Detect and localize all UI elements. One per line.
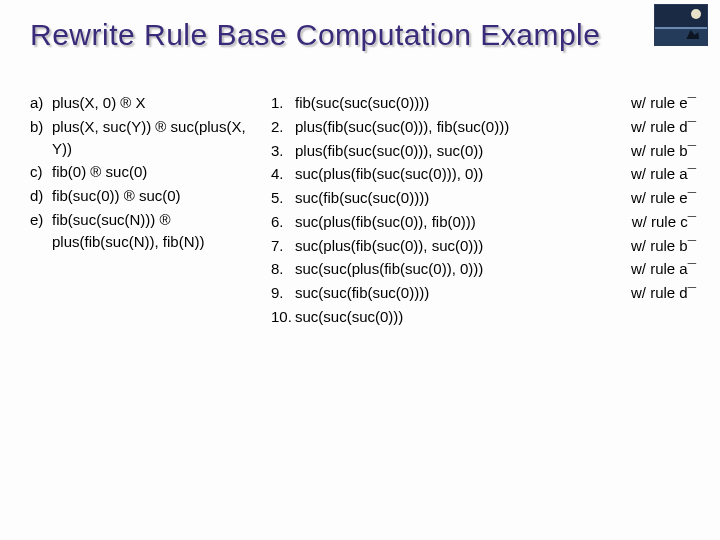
sequence-row: 7. suc(plus(fib(suc(0)), suc(0))) w/ rul…: [271, 235, 696, 257]
sequence-row: 3. plus(fib(suc(suc(0))), suc(0)) w/ rul…: [271, 140, 696, 162]
rule-label: a): [30, 92, 52, 114]
step-number: 4.: [271, 163, 295, 185]
sequence-row: 4. suc(plus(fib(suc(suc(0))), 0)) w/ rul…: [271, 163, 696, 185]
step-number: 2.: [271, 116, 295, 138]
step-note: w/ rule b¯: [631, 235, 696, 257]
step-note: w/ rule e¯: [631, 92, 696, 114]
sequence-row: 2. plus(fib(suc(suc(0))), fib(suc(0))) w…: [271, 116, 696, 138]
step-note: w/ rule e¯: [631, 187, 696, 209]
step-number: 7.: [271, 235, 295, 257]
moon-shape: [691, 9, 701, 19]
step-note: w/ rule d¯: [631, 116, 696, 138]
rule-label: d): [30, 185, 52, 207]
rule-label: b): [30, 116, 52, 160]
sequence-row: 5. suc(fib(suc(suc(0)))) w/ rule e¯: [271, 187, 696, 209]
step-number: 8.: [271, 258, 295, 280]
sequence-row: 8. suc(suc(plus(fib(suc(0)), 0))) w/ rul…: [271, 258, 696, 280]
step-expression: suc(suc(suc(0))): [295, 306, 696, 328]
step-number: 10.: [271, 306, 295, 328]
slide: Rewrite Rule Base Computation Example a)…: [0, 0, 720, 540]
content-columns: a) plus(X, 0) ® X b) plus(X, suc(Y)) ® s…: [30, 92, 696, 330]
step-number: 3.: [271, 140, 295, 162]
rule-label: e): [30, 209, 52, 253]
rule-body: plus(X, suc(Y)) ® suc(plus(X, Y)): [52, 116, 265, 160]
rule-row: b) plus(X, suc(Y)) ® suc(plus(X, Y)): [30, 116, 265, 160]
sequence-row: 9. suc(suc(fib(suc(0)))) w/ rule d¯: [271, 282, 696, 304]
rule-row: a) plus(X, 0) ® X: [30, 92, 265, 114]
step-number: 6.: [271, 211, 295, 233]
step-note: w/ rule d¯: [631, 282, 696, 304]
step-note: w/ rule a¯: [631, 163, 696, 185]
rule-body: fib(suc(0)) ® suc(0): [52, 185, 265, 207]
sequence-row: 10. suc(suc(suc(0))): [271, 306, 696, 328]
slide-title: Rewrite Rule Base Computation Example: [30, 18, 696, 52]
step-number: 9.: [271, 282, 295, 304]
step-number: 1.: [271, 92, 295, 114]
rule-row: c) fib(0) ® suc(0): [30, 161, 265, 183]
rules-column: a) plus(X, 0) ® X b) plus(X, suc(Y)) ® s…: [30, 92, 265, 254]
rule-label: c): [30, 161, 52, 183]
sequence-row: 6. suc(plus(fib(suc(0)), fib(0))) w/ rul…: [271, 211, 696, 233]
rule-row: e) fib(suc(suc(N))) ® plus(fib(suc(N)), …: [30, 209, 265, 253]
step-note: w/ rule b¯: [631, 140, 696, 162]
sequence-column: 1. fib(suc(suc(suc(0)))) w/ rule e¯ 2. p…: [271, 92, 696, 330]
rule-row: d) fib(suc(0)) ® suc(0): [30, 185, 265, 207]
silhouette-shape: [685, 29, 699, 39]
rule-body: fib(0) ® suc(0): [52, 161, 265, 183]
rule-body: plus(X, 0) ® X: [52, 92, 265, 114]
step-number: 5.: [271, 187, 295, 209]
step-note: w/ rule c¯: [632, 211, 696, 233]
rule-body: fib(suc(suc(N))) ® plus(fib(suc(N)), fib…: [52, 209, 265, 253]
decorative-image: [654, 4, 708, 46]
sequence-row: 1. fib(suc(suc(suc(0)))) w/ rule e¯: [271, 92, 696, 114]
step-note: w/ rule a¯: [631, 258, 696, 280]
